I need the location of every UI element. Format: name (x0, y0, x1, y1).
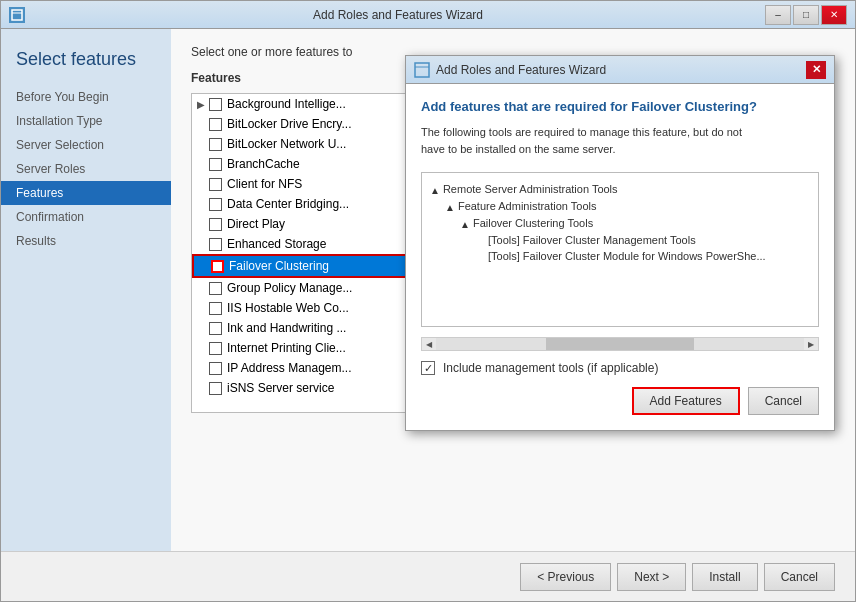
feature-checkbox[interactable] (209, 218, 222, 231)
tree-label: [Tools] Failover Cluster Module for Wind… (488, 250, 766, 262)
tree-label: Feature Administration Tools (458, 200, 597, 212)
dialog-icon (414, 62, 430, 78)
dialog-description: The following tools are required to mana… (421, 124, 819, 157)
scroll-right-arrow[interactable]: ▶ (804, 338, 818, 350)
feature-checkbox[interactable] (209, 178, 222, 191)
dialog: Add Roles and Features Wizard ✕ Add feat… (405, 55, 835, 431)
sidebar: Select features Before You Begin Install… (1, 29, 171, 551)
feature-label: BitLocker Drive Encry... (227, 117, 351, 131)
feature-label: Failover Clustering (229, 259, 329, 273)
expand-arrow-icon: ▶ (197, 99, 209, 110)
sidebar-item-results[interactable]: Results (1, 229, 171, 253)
next-button[interactable]: Next > (617, 563, 686, 591)
scroll-thumb[interactable] (546, 338, 693, 350)
feature-label: IP Address Managem... (227, 361, 352, 375)
feature-checkbox[interactable] (209, 98, 222, 111)
checkbox-row: ✓ Include management tools (if applicabl… (421, 361, 819, 375)
tree-arrow-icon: ▲ (445, 202, 455, 213)
tree-item: [Tools] Failover Cluster Module for Wind… (430, 248, 810, 264)
dialog-question: Add features that are required for Failo… (421, 99, 819, 114)
dialog-body: Add features that are required for Failo… (406, 84, 834, 430)
dialog-close-button[interactable]: ✕ (806, 61, 826, 79)
feature-checkbox[interactable] (209, 118, 222, 131)
dialog-cancel-button[interactable]: Cancel (748, 387, 819, 415)
feature-label: BitLocker Network U... (227, 137, 346, 151)
feature-checkbox[interactable] (209, 158, 222, 171)
sidebar-item-features[interactable]: Features (1, 181, 171, 205)
close-button[interactable]: ✕ (821, 5, 847, 25)
dialog-title: Add Roles and Features Wizard (436, 63, 806, 77)
dialog-title-bar: Add Roles and Features Wizard ✕ (406, 56, 834, 84)
bottom-nav: < Previous Next > Install Cancel (1, 551, 855, 601)
include-management-checkbox[interactable]: ✓ (421, 361, 435, 375)
sidebar-item-installation-type[interactable]: Installation Type (1, 109, 171, 133)
feature-checkbox[interactable] (209, 238, 222, 251)
feature-label: Background Intellige... (227, 97, 346, 111)
add-features-button[interactable]: Add Features (632, 387, 740, 415)
window-controls: – □ ✕ (765, 5, 847, 25)
feature-label: Enhanced Storage (227, 237, 326, 251)
svg-rect-2 (415, 63, 429, 77)
install-button[interactable]: Install (692, 563, 757, 591)
dialog-tree: ▲Remote Server Administration Tools▲Feat… (421, 172, 819, 327)
feature-label: Client for NFS (227, 177, 302, 191)
feature-checkbox[interactable] (211, 260, 224, 273)
tree-arrow-icon: ▲ (430, 185, 440, 196)
title-bar: Add Roles and Features Wizard – □ ✕ (1, 1, 855, 29)
sidebar-item-before-you-begin[interactable]: Before You Begin (1, 85, 171, 109)
dialog-buttons: Add Features Cancel (421, 387, 819, 415)
scroll-track[interactable] (436, 338, 804, 350)
svg-rect-0 (12, 10, 22, 20)
feature-label: Internet Printing Clie... (227, 341, 346, 355)
feature-label: Data Center Bridging... (227, 197, 349, 211)
tree-item: ▲Remote Server Administration Tools (430, 181, 810, 198)
maximize-button[interactable]: □ (793, 5, 819, 25)
feature-label: Ink and Handwriting ... (227, 321, 346, 335)
tree-arrow-icon: ▲ (460, 219, 470, 230)
feature-label: Direct Play (227, 217, 285, 231)
feature-label: iSNS Server service (227, 381, 334, 395)
tree-label: Failover Clustering Tools (473, 217, 593, 229)
feature-label: Group Policy Manage... (227, 281, 352, 295)
sidebar-title: Select features (1, 49, 171, 85)
cancel-button[interactable]: Cancel (764, 563, 835, 591)
feature-checkbox[interactable] (209, 198, 222, 211)
minimize-button[interactable]: – (765, 5, 791, 25)
feature-checkbox[interactable] (209, 322, 222, 335)
scroll-left-arrow[interactable]: ◀ (422, 338, 436, 350)
app-icon (9, 7, 25, 23)
feature-label: BranchCache (227, 157, 300, 171)
tree-label: Remote Server Administration Tools (443, 183, 618, 195)
tree-item: ▲Feature Administration Tools (430, 198, 810, 215)
sidebar-item-confirmation[interactable]: Confirmation (1, 205, 171, 229)
prev-button[interactable]: < Previous (520, 563, 611, 591)
tree-label: [Tools] Failover Cluster Management Tool… (488, 234, 696, 246)
dialog-scrollbar[interactable]: ◀ ▶ (421, 337, 819, 351)
feature-label: IIS Hostable Web Co... (227, 301, 349, 315)
sidebar-item-server-selection[interactable]: Server Selection (1, 133, 171, 157)
feature-checkbox[interactable] (209, 138, 222, 151)
tree-item: ▲Failover Clustering Tools (430, 215, 810, 232)
feature-checkbox[interactable] (209, 302, 222, 315)
feature-checkbox[interactable] (209, 342, 222, 355)
sidebar-item-server-roles[interactable]: Server Roles (1, 157, 171, 181)
feature-checkbox[interactable] (209, 282, 222, 295)
window-title: Add Roles and Features Wizard (31, 8, 765, 22)
feature-checkbox[interactable] (209, 382, 222, 395)
checkbox-label: Include management tools (if applicable) (443, 361, 658, 375)
feature-checkbox[interactable] (209, 362, 222, 375)
tree-item: [Tools] Failover Cluster Management Tool… (430, 232, 810, 248)
